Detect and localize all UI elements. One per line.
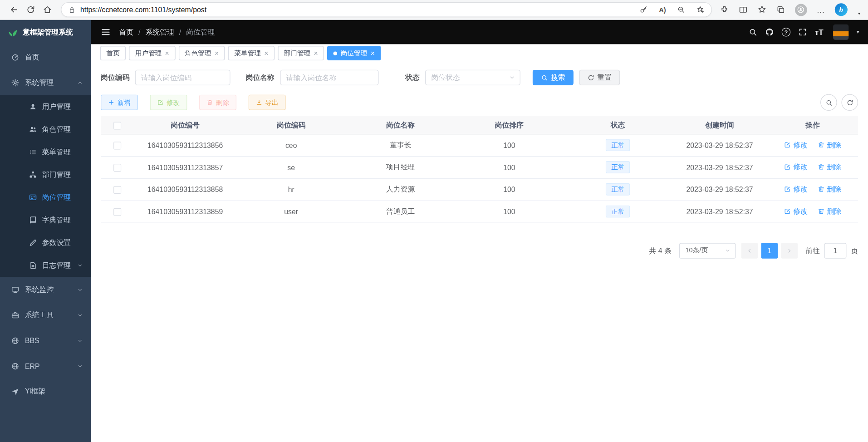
edit-button[interactable]: 修改 <box>150 95 187 110</box>
extensions-icon[interactable] <box>720 5 729 15</box>
close-tab-icon[interactable]: × <box>371 49 375 57</box>
post-name-input[interactable] <box>280 70 378 85</box>
add-button[interactable]: 新增 <box>101 95 138 110</box>
sidebar-item-dict-management[interactable]: 字典管理 <box>0 209 91 231</box>
row-checkbox[interactable] <box>113 208 121 216</box>
tab-department-management[interactable]: 部门管理 × <box>278 46 324 60</box>
tab-home[interactable]: 首页 <box>100 46 126 60</box>
sidebar-item-system-management[interactable]: 系统管理 <box>0 70 91 95</box>
search-icon <box>825 99 832 106</box>
next-page-button[interactable] <box>781 243 798 258</box>
prev-page-button[interactable] <box>741 243 758 258</box>
sidebar-item-bbs[interactable]: BBS <box>0 328 91 353</box>
sidebar-item-erp[interactable]: ERP <box>0 353 91 378</box>
col-post-sort: 岗位排序 <box>455 116 564 134</box>
row-delete-link[interactable]: 删除 <box>818 184 841 194</box>
bing-caret-icon[interactable]: ▾ <box>858 11 860 16</box>
close-tab-icon[interactable]: × <box>165 49 169 57</box>
tab-post-management[interactable]: 岗位管理 × <box>327 46 381 60</box>
favorites-icon[interactable] <box>757 5 767 15</box>
table-row: 1641030593112313859 user 普通员工 100 正常 202… <box>101 201 858 223</box>
browser-back-button[interactable] <box>5 2 22 17</box>
row-delete-link[interactable]: 删除 <box>818 206 841 216</box>
browser-refresh-button[interactable] <box>22 2 39 17</box>
sidebar-item-yi-framework[interactable]: Yi框架 <box>0 379 91 404</box>
sidebar-item-home[interactable]: 首页 <box>0 44 91 70</box>
cell-post-name: 项目经理 <box>346 156 455 178</box>
edit-icon <box>157 99 164 106</box>
address-bar[interactable]: https://ccnetcore.com:1101/system/post A… <box>61 2 712 17</box>
collapse-sidebar-icon[interactable] <box>101 27 111 37</box>
select-all-checkbox[interactable] <box>113 122 121 129</box>
browser-home-button[interactable] <box>39 2 55 17</box>
refresh-table-button[interactable] <box>841 94 858 111</box>
tab-menu-management[interactable]: 菜单管理 × <box>228 46 275 60</box>
reset-button[interactable]: 重置 <box>579 70 620 85</box>
sidebar-item-system-tools[interactable]: 系统工具 <box>0 302 91 328</box>
help-icon[interactable]: ? <box>782 28 791 37</box>
cell-post-code: ceo <box>236 134 346 156</box>
status-select[interactable]: 岗位状态 <box>425 70 520 85</box>
search-button[interactable]: 搜索 <box>533 70 574 85</box>
row-checkbox[interactable] <box>113 142 121 149</box>
bing-chat-icon[interactable]: b <box>835 3 848 16</box>
row-delete-link[interactable]: 删除 <box>818 162 841 172</box>
browser-menu-icon[interactable]: … <box>817 5 826 15</box>
delete-button[interactable]: 删除 <box>199 95 236 110</box>
monitor-icon <box>11 285 19 294</box>
row-checkbox[interactable] <box>113 164 121 172</box>
browser-profile-avatar[interactable] <box>795 4 807 16</box>
cell-post-name: 普通员工 <box>346 201 455 223</box>
row-edit-link[interactable]: 修改 <box>784 162 808 172</box>
sidebar-item-user-management[interactable]: 用户管理 <box>0 95 91 118</box>
home-icon <box>42 5 52 15</box>
page-size-select[interactable]: 10条/页 <box>679 243 736 258</box>
chevron-down-icon <box>77 338 83 344</box>
table-row: 1641030593112313857 se 项目经理 100 正常 2023-… <box>101 156 858 178</box>
post-code-input[interactable] <box>135 70 230 85</box>
font-size-icon[interactable]: тT <box>815 28 824 37</box>
read-aloud-icon[interactable]: A) <box>659 6 666 14</box>
header-search-icon[interactable] <box>749 28 758 37</box>
row-checkbox[interactable] <box>113 186 121 194</box>
close-tab-icon[interactable]: × <box>264 49 268 57</box>
id-badge-icon <box>29 193 37 201</box>
sidebar-item-role-management[interactable]: 角色管理 <box>0 118 91 141</box>
tab-user-management[interactable]: 用户管理 × <box>129 46 175 60</box>
split-screen-icon[interactable] <box>739 5 748 15</box>
tag-tabs-bar: 首页 用户管理 × 角色管理 × 菜单管理 × 部门管理 × <box>91 44 868 62</box>
sidebar-item-log-management[interactable]: 日志管理 <box>0 254 91 277</box>
app-title: 意框架管理系统 <box>23 27 73 37</box>
user-avatar[interactable] <box>834 25 849 40</box>
gear-icon <box>11 79 19 87</box>
breadcrumb-system[interactable]: 系统管理 <box>145 27 174 37</box>
goto-page-input[interactable] <box>824 243 847 258</box>
system-management-submenu: 用户管理 角色管理 菜单管理 部门管理 <box>0 95 91 277</box>
row-edit-link[interactable]: 修改 <box>784 184 808 194</box>
close-tab-icon[interactable]: × <box>215 49 219 57</box>
row-edit-link[interactable]: 修改 <box>784 206 808 216</box>
sidebar-item-menu-management[interactable]: 菜单管理 <box>0 141 91 163</box>
password-key-icon[interactable] <box>640 5 648 14</box>
toggle-search-button[interactable] <box>820 94 837 111</box>
sidebar-item-system-monitor[interactable]: 系统监控 <box>0 277 91 302</box>
sidebar-item-department-management[interactable]: 部门管理 <box>0 163 91 186</box>
sidebar-item-parameter-settings[interactable]: 参数设置 <box>0 231 91 254</box>
tab-role-management[interactable]: 角色管理 × <box>179 46 225 60</box>
zoom-out-icon[interactable] <box>677 5 685 14</box>
breadcrumb-home[interactable]: 首页 <box>119 27 133 37</box>
add-favorite-icon[interactable] <box>696 5 705 14</box>
github-icon[interactable] <box>765 28 774 37</box>
org-tree-icon <box>29 171 37 179</box>
row-delete-link[interactable]: 删除 <box>818 140 841 150</box>
row-edit-link[interactable]: 修改 <box>784 140 808 150</box>
close-tab-icon[interactable]: × <box>314 49 318 57</box>
sidebar-item-post-management[interactable]: 岗位管理 <box>0 186 91 209</box>
url-text[interactable]: https://ccnetcore.com:1101/system/post <box>80 5 640 14</box>
avatar-caret-icon[interactable]: ▾ <box>857 29 859 35</box>
current-page-button[interactable]: 1 <box>761 243 778 258</box>
list-icon <box>29 148 37 156</box>
export-button[interactable]: 导出 <box>249 95 286 110</box>
collections-icon[interactable] <box>776 5 785 15</box>
fullscreen-icon[interactable] <box>798 28 807 37</box>
